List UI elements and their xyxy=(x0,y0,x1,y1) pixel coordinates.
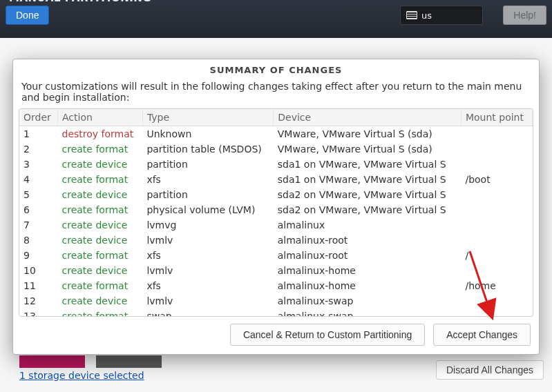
cell-mount xyxy=(461,157,532,172)
dialog-title: SUMMARY OF CHANGES xyxy=(13,59,539,79)
cell-order: 4 xyxy=(19,172,58,187)
cell-type: xfs xyxy=(142,248,273,263)
cell-action: create format xyxy=(58,278,143,293)
cell-action: create device xyxy=(58,293,143,308)
cell-device: almalinux-root xyxy=(274,248,461,263)
cell-device: sda1 on VMware, VMware Virtual S xyxy=(274,157,461,172)
cell-action: create device xyxy=(58,233,143,248)
cell-mount: /boot xyxy=(461,172,532,187)
cell-order: 12 xyxy=(19,293,58,308)
page-title-cut: MANUAL PARTITIONING xyxy=(9,0,151,4)
cell-type: Unknown xyxy=(142,126,273,142)
table-row[interactable]: 8create devicelvmlvalmalinux-root xyxy=(19,233,533,248)
cell-mount xyxy=(461,308,532,317)
help-button[interactable]: Help! xyxy=(503,6,546,25)
col-action[interactable]: Action xyxy=(58,109,143,126)
cell-action: create format xyxy=(58,308,143,317)
cell-mount: / xyxy=(461,248,532,263)
cell-type: partition xyxy=(142,157,273,172)
cell-mount xyxy=(461,187,532,202)
cell-action: create device xyxy=(58,263,143,278)
cell-order: 8 xyxy=(19,233,58,248)
storage-devices-link[interactable]: 1 storage device selected xyxy=(19,370,144,381)
cell-mount xyxy=(461,202,532,217)
table-row[interactable]: 10create devicelvmlvalmalinux-home xyxy=(19,263,533,278)
cell-type: partition xyxy=(142,187,273,202)
cell-type: physical volume (LVM) xyxy=(142,202,273,217)
cell-order: 10 xyxy=(19,263,58,278)
table-row[interactable]: 3create devicepartitionsda1 on VMware, V… xyxy=(19,157,533,172)
changes-table: Order Action Type Device Mount point 1de… xyxy=(19,109,533,317)
table-row[interactable]: 12create devicelvmlvalmalinux-swap xyxy=(19,293,533,308)
table-row[interactable]: 6create formatphysical volume (LVM)sda2 … xyxy=(19,202,533,217)
summary-bar-gray xyxy=(96,355,162,368)
cell-action: create format xyxy=(58,202,143,217)
cell-type: swap xyxy=(142,308,273,317)
cell-order: 5 xyxy=(19,187,58,202)
cell-device: VMware, VMware Virtual S (sda) xyxy=(274,141,461,157)
cell-device: VMware, VMware Virtual S (sda) xyxy=(274,126,461,142)
cell-type: lvmlv xyxy=(142,293,273,308)
table-row[interactable]: 1destroy formatUnknownVMware, VMware Vir… xyxy=(19,126,533,142)
cell-device: sda2 on VMware, VMware Virtual S xyxy=(274,187,461,202)
cell-device: almalinux-home xyxy=(274,263,461,278)
col-mount[interactable]: Mount point xyxy=(461,109,532,126)
col-order[interactable]: Order xyxy=(19,109,58,126)
cell-action: create device xyxy=(58,187,143,202)
cell-type: xfs xyxy=(142,278,273,293)
cell-order: 2 xyxy=(19,141,58,157)
accept-button[interactable]: Accept Changes xyxy=(433,324,531,346)
cell-action: create format xyxy=(58,248,143,263)
distro-label-cut: ALMALINUX 9.0 INSTALLATION xyxy=(408,0,543,2)
cell-mount: /home xyxy=(461,278,532,293)
cell-type: xfs xyxy=(142,172,273,187)
summary-dialog: SUMMARY OF CHANGES Your customizations w… xyxy=(12,59,540,355)
cell-type: lvmlv xyxy=(142,233,273,248)
discard-all-button[interactable]: Discard All Changes xyxy=(436,360,544,380)
dialog-description: Your customizations will result in the f… xyxy=(13,79,539,108)
keyboard-layout-code: us xyxy=(421,10,432,21)
dialog-footer: Cancel & Return to Custom Partitioning A… xyxy=(13,317,539,354)
cell-type: partition table (MSDOS) xyxy=(142,141,273,157)
table-row[interactable]: 7create devicelvmvgalmalinux xyxy=(19,217,533,233)
cell-device: almalinux-swap xyxy=(274,308,461,317)
cell-mount xyxy=(461,233,532,248)
col-device[interactable]: Device xyxy=(274,109,461,126)
done-button[interactable]: Done xyxy=(6,6,49,25)
cell-device: sda1 on VMware, VMware Virtual S xyxy=(274,172,461,187)
cell-device: almalinux xyxy=(274,217,461,233)
cell-device: almalinux-home xyxy=(274,278,461,293)
table-row[interactable]: 11create formatxfsalmalinux-home/home xyxy=(19,278,533,293)
cell-order: 13 xyxy=(19,308,58,317)
cell-action: destroy format xyxy=(58,126,143,142)
table-row[interactable]: 13create formatswapalmalinux-swap xyxy=(19,308,533,317)
table-row[interactable]: 4create formatxfssda1 on VMware, VMware … xyxy=(19,172,533,187)
cell-mount xyxy=(461,293,532,308)
changes-table-container: Order Action Type Device Mount point 1de… xyxy=(19,108,533,317)
cancel-button[interactable]: Cancel & Return to Custom Partitioning xyxy=(230,324,425,346)
keyboard-layout-selector[interactable]: us xyxy=(400,6,483,25)
cell-order: 7 xyxy=(19,217,58,233)
cell-type: lvmlv xyxy=(142,263,273,278)
bottom-strip: 1 storage device selected Discard All Ch… xyxy=(19,359,544,381)
table-row[interactable]: 2create formatpartition table (MSDOS)VMw… xyxy=(19,141,533,157)
cell-mount xyxy=(461,141,532,157)
cell-order: 6 xyxy=(19,202,58,217)
cell-type: lvmvg xyxy=(142,217,273,233)
keyboard-icon xyxy=(406,11,417,19)
cell-action: create device xyxy=(58,217,143,233)
cell-order: 1 xyxy=(19,126,58,142)
cell-order: 11 xyxy=(19,278,58,293)
table-row[interactable]: 5create devicepartitionsda2 on VMware, V… xyxy=(19,187,533,202)
cell-action: create device xyxy=(58,157,143,172)
table-row[interactable]: 9create formatxfsalmalinux-root/ xyxy=(19,248,533,263)
cell-device: sda2 on VMware, VMware Virtual S xyxy=(274,202,461,217)
col-type[interactable]: Type xyxy=(142,109,273,126)
topbar: MANUAL PARTITIONING ALMALINUX 9.0 INSTAL… xyxy=(0,0,552,38)
cell-mount xyxy=(461,263,532,278)
cell-action: create format xyxy=(58,141,143,157)
cell-mount xyxy=(461,126,532,142)
cell-order: 3 xyxy=(19,157,58,172)
cell-device: almalinux-root xyxy=(274,233,461,248)
cell-mount xyxy=(461,217,532,233)
